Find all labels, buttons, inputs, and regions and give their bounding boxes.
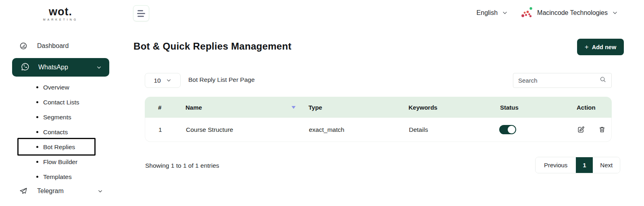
entries-summary: Showing 1 to 1 of 1 entries bbox=[145, 162, 219, 169]
bullet-icon bbox=[36, 176, 38, 178]
row-name: Course Structure bbox=[186, 126, 309, 133]
row-type: exact_match bbox=[309, 126, 409, 133]
sidebar-item-label: Contacts bbox=[43, 129, 68, 136]
sidebar-item-bot-replies[interactable]: Bot Replies bbox=[0, 139, 121, 154]
sidebar-item-label: Contact Lists bbox=[43, 99, 79, 106]
sidebar-item-label: Dashboard bbox=[37, 42, 69, 50]
sidebar-item-dashboard[interactable]: Dashboard bbox=[19, 42, 69, 50]
organization-name: Macincode Technologies bbox=[537, 9, 608, 17]
table-header: # Name Type Keywords Status Action bbox=[145, 97, 612, 118]
status-toggle[interactable] bbox=[499, 125, 516, 134]
pagination-page-1-button[interactable]: 1 bbox=[576, 157, 593, 173]
add-new-label: Add new bbox=[592, 44, 616, 50]
column-header-name[interactable]: Name bbox=[185, 104, 308, 111]
plus-icon: + bbox=[585, 43, 589, 51]
bullet-icon bbox=[36, 146, 38, 148]
organization-logo-icon bbox=[521, 6, 533, 19]
sidebar-item-label: Bot Replies bbox=[43, 144, 75, 151]
delete-button[interactable] bbox=[598, 126, 606, 133]
search-input[interactable] bbox=[518, 77, 600, 84]
row-actions bbox=[577, 126, 611, 133]
bot-replies-table: # Name Type Keywords Status Action 1 Cou… bbox=[145, 97, 612, 142]
sidebar-item-templates[interactable]: Templates bbox=[0, 169, 121, 184]
language-label: English bbox=[477, 9, 498, 17]
per-page-label: Bot Reply List Per Page bbox=[188, 76, 255, 83]
search-box bbox=[513, 73, 612, 88]
sidebar-item-label: Telegram bbox=[37, 187, 64, 195]
brand-tagline: Marketing bbox=[0, 18, 121, 21]
bullet-icon bbox=[36, 101, 38, 103]
sidebar-item-flow-builder[interactable]: Flow Builder bbox=[0, 154, 121, 169]
sort-desc-icon[interactable] bbox=[292, 106, 296, 109]
sidebar-item-contacts[interactable]: Contacts bbox=[0, 125, 121, 139]
sidebar-item-label: Overview bbox=[43, 84, 69, 91]
chevron-down-icon bbox=[96, 65, 102, 71]
telegram-icon bbox=[19, 187, 27, 195]
language-selector[interactable]: English bbox=[477, 9, 508, 17]
bullet-icon bbox=[36, 131, 38, 133]
chevron-down-icon bbox=[97, 188, 103, 194]
column-header-type: Type bbox=[308, 104, 408, 111]
row-keywords: Details bbox=[409, 126, 500, 133]
sidebar-item-label: Templates bbox=[43, 173, 72, 181]
row-index: 1 bbox=[145, 126, 186, 133]
hamburger-icon bbox=[138, 10, 143, 11]
sidebar-item-label: WhatsApp bbox=[38, 64, 68, 71]
toggle-knob bbox=[508, 126, 515, 133]
column-header-action: Action bbox=[577, 104, 612, 111]
chevron-down-icon bbox=[612, 10, 618, 16]
trash-icon bbox=[598, 126, 606, 133]
column-header-keywords: Keywords bbox=[408, 104, 500, 111]
sidebar-item-segments[interactable]: Segments bbox=[0, 110, 121, 125]
add-new-button[interactable]: + Add new bbox=[577, 39, 624, 55]
chevron-down-icon bbox=[502, 10, 508, 16]
whatsapp-icon bbox=[21, 62, 29, 73]
per-page-value: 10 bbox=[154, 77, 160, 84]
organization-selector[interactable]: Macincode Technologies bbox=[521, 6, 618, 19]
edit-icon bbox=[577, 126, 585, 133]
column-header-index: # bbox=[145, 104, 185, 111]
bullet-icon bbox=[36, 116, 38, 118]
brand-name: wot. bbox=[0, 6, 121, 17]
pagination-next-button[interactable]: Next bbox=[593, 157, 620, 173]
sidebar-item-label: Segments bbox=[43, 114, 71, 121]
pagination-previous-button[interactable]: Previous bbox=[536, 157, 576, 173]
edit-button[interactable] bbox=[577, 126, 585, 133]
sidebar-toggle-button[interactable] bbox=[133, 5, 149, 21]
sidebar: wot. Marketing Dashboard WhatsApp bbox=[0, 0, 121, 206]
sidebar-item-overview[interactable]: Overview bbox=[0, 80, 121, 95]
table-row: 1 Course Structure exact_match Details bbox=[145, 118, 612, 142]
per-page-select[interactable]: 10 bbox=[145, 73, 181, 88]
dashboard-gauge-icon bbox=[19, 42, 27, 50]
sidebar-item-label: Flow Builder bbox=[43, 158, 77, 166]
page-title: Bot & Quick Replies Management bbox=[133, 41, 292, 52]
bullet-icon bbox=[36, 86, 38, 88]
topbar-right: English Macincode Technologies bbox=[477, 6, 618, 20]
sidebar-item-telegram[interactable]: Telegram bbox=[19, 187, 103, 195]
bullet-icon bbox=[36, 161, 38, 163]
whatsapp-submenu: Overview Contact Lists Segments Contacts… bbox=[0, 80, 121, 184]
sidebar-item-contact-lists[interactable]: Contact Lists bbox=[0, 95, 121, 110]
search-icon[interactable] bbox=[600, 76, 606, 85]
brand-logo[interactable]: wot. Marketing bbox=[0, 6, 121, 21]
sidebar-item-whatsapp[interactable]: WhatsApp bbox=[12, 58, 109, 77]
column-header-status: Status bbox=[500, 104, 577, 111]
pagination: Previous 1 Next bbox=[535, 157, 620, 173]
chevron-down-icon bbox=[166, 77, 172, 83]
page: wot. Marketing Dashboard WhatsApp bbox=[0, 0, 644, 206]
